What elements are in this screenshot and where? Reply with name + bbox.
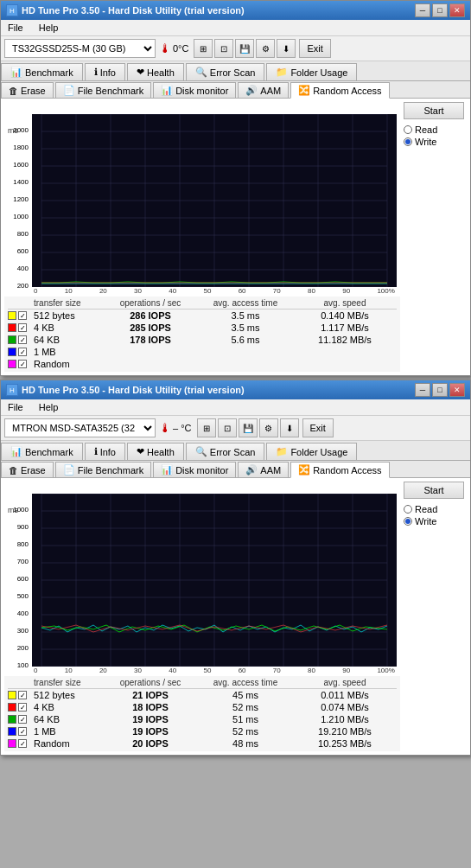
app-icon-1: H — [6, 4, 18, 16]
label-r1-1: 512 bytes — [34, 310, 103, 321]
benchmark-label-1: Benchmark — [25, 67, 73, 78]
x-axis-1: 0 10 20 30 40 50 60 70 80 90 100% — [32, 287, 397, 295]
content-area-1: ms 2000 1800 1600 1400 1200 1000 800 600… — [1, 99, 470, 375]
minimize-btn-1[interactable]: ─ — [415, 3, 430, 17]
disk-select-2[interactable]: MTRON MSD-SATA3525 (32 GB) — [4, 418, 156, 437]
checkbox-r1-2[interactable]: ✓ — [18, 691, 27, 699]
toolbar-btn-e1[interactable]: ⬇ — [277, 39, 296, 58]
y-400-1: 400 — [17, 265, 29, 272]
th-empty-2 — [8, 678, 34, 687]
tab-randomaccess-2[interactable]: 🔀 Random Access — [290, 462, 389, 478]
checkbox-r5-2[interactable]: ✓ — [18, 739, 27, 748]
randomaccess-label-2: Random Access — [313, 465, 381, 475]
tab-benchmark-2[interactable]: 📊 Benchmark — [1, 443, 83, 460]
tab-diskmonitor-2[interactable]: 📊 Disk monitor — [153, 462, 236, 477]
exit-btn-2[interactable]: Exit — [302, 418, 334, 437]
tab-health-1[interactable]: ❤ Health — [127, 63, 184, 80]
tab-health-2[interactable]: ❤ Health — [127, 443, 184, 460]
y-800-1: 800 — [17, 230, 29, 238]
maximize-btn-2[interactable]: □ — [432, 383, 448, 397]
exit-btn-1[interactable]: Exit — [299, 39, 330, 58]
menu-help-2[interactable]: Help — [35, 401, 62, 413]
toolbar-btn-a1[interactable]: ⊞ — [194, 39, 213, 58]
close-btn-1[interactable]: ✕ — [449, 3, 465, 17]
table-header-row-1: transfer size operations / sec avg. acce… — [8, 298, 397, 310]
table-row-4-1: ✓ 1 MB — [8, 346, 397, 358]
checkbox-r1-1[interactable]: ✓ — [18, 311, 27, 320]
disk-select-1[interactable]: TS32GSSD25S-M (30 GB) — [4, 39, 156, 58]
tab-filebench-1[interactable]: 📄 File Benchmark — [55, 82, 151, 98]
folderusage-icon-2: 📁 — [276, 446, 288, 457]
checkbox-r3-2[interactable]: ✓ — [18, 715, 27, 724]
y-1200-1: 1200 — [13, 195, 29, 203]
title-bar-2: H HD Tune Pro 3.50 - Hard Disk Utility (… — [1, 380, 470, 399]
radio-group-1: Read Write — [404, 124, 467, 147]
th-transfer-1: transfer size — [34, 298, 103, 308]
aam-icon-2: 🔊 — [245, 464, 258, 475]
menu-file-2[interactable]: File — [4, 401, 27, 413]
tab-aam-2[interactable]: 🔊 AAM — [238, 462, 289, 477]
checkbox-r4-1[interactable]: ✓ — [18, 348, 27, 356]
x-60-2: 60 — [239, 667, 246, 674]
tab-filebench-2[interactable]: 📄 File Benchmark — [55, 462, 151, 477]
window-2: H HD Tune Pro 3.50 - Hard Disk Utility (… — [0, 380, 471, 756]
tab-aam-1[interactable]: 🔊 AAM — [238, 82, 289, 98]
toolbar-btn-b1[interactable]: ⊡ — [214, 39, 233, 58]
toolbar-btn-d1[interactable]: ⚙ — [256, 39, 275, 58]
tab-erase-1[interactable]: 🗑 Erase — [1, 82, 54, 98]
checkbox-r3-1[interactable]: ✓ — [18, 335, 27, 344]
access-r3-1: 5.6 ms — [198, 335, 293, 345]
radio-write-item-1[interactable]: Write — [404, 137, 467, 147]
toolbar-btn-e2[interactable]: ⬇ — [280, 418, 299, 437]
start-btn-1[interactable]: Start — [404, 102, 464, 119]
toolbar-btn-a2[interactable]: ⊞ — [197, 418, 216, 437]
checkbox-r4-2[interactable]: ✓ — [18, 727, 27, 736]
radio-read-item-1[interactable]: Read — [404, 124, 467, 135]
checkbox-r2-2[interactable]: ✓ — [18, 703, 27, 712]
label-r4-1: 1 MB — [34, 347, 103, 357]
tab-erase-2[interactable]: 🗑 Erase — [1, 462, 54, 477]
erase-icon-2: 🗑 — [9, 465, 18, 475]
start-btn-2[interactable]: Start — [404, 482, 464, 499]
checkbox-r2-1[interactable]: ✓ — [18, 323, 27, 332]
tab-errorscan-2[interactable]: 🔍 Error Scan — [186, 443, 265, 460]
x-axis-2: 0 10 20 30 40 50 60 70 80 90 100% — [32, 667, 397, 674]
content-area-2: ms 1000 900 800 700 600 500 400 300 200 … — [1, 478, 470, 755]
toolbar-btn-c2[interactable]: 💾 — [239, 418, 258, 437]
th-ops-2: operations / sec — [103, 678, 198, 687]
toolbar-btn-d2[interactable]: ⚙ — [259, 418, 278, 437]
y-600-1: 600 — [17, 247, 29, 255]
radio-read-item-2[interactable]: Read — [404, 504, 467, 514]
tab-benchmark-1[interactable]: 📊 Benchmark — [1, 63, 83, 80]
close-btn-2[interactable]: ✕ — [449, 383, 465, 397]
erase-label-2: Erase — [21, 465, 46, 475]
checkbox-r5-1[interactable]: ✓ — [18, 360, 27, 368]
maximize-btn-1[interactable]: □ — [432, 3, 448, 17]
speed-r4-2: 19.210 MB/s — [293, 726, 397, 737]
menu-help-1[interactable]: Help — [35, 22, 62, 34]
aam-icon-1: 🔊 — [245, 85, 258, 96]
radio-write-item-2[interactable]: Write — [404, 516, 467, 527]
toolbar-btn-c1[interactable]: 💾 — [235, 39, 254, 58]
diskmonitor-icon-2: 📊 — [161, 464, 173, 475]
toolbar-icons-2: ⊞ ⊡ 💾 ⚙ ⬇ — [197, 418, 299, 437]
tabs-row1-1: 📊 Benchmark ℹ Info ❤ Health 🔍 Error Scan… — [1, 61, 470, 81]
tab-info-1[interactable]: ℹ Info — [85, 63, 125, 80]
minimize-btn-2[interactable]: ─ — [415, 383, 430, 397]
tab-folderusage-2[interactable]: 📁 Folder Usage — [266, 443, 357, 460]
menu-file-1[interactable]: File — [4, 22, 27, 34]
temp-display-2: 🌡 – °C — [159, 421, 192, 435]
tab-info-2[interactable]: ℹ Info — [85, 443, 125, 460]
tab-diskmonitor-1[interactable]: 📊 Disk monitor — [153, 82, 236, 98]
radio-write-circle-2 — [404, 517, 412, 526]
x-80-1: 80 — [308, 287, 315, 295]
toolbar-btn-b2[interactable]: ⊡ — [218, 418, 237, 437]
x-100-2: 100% — [377, 667, 394, 674]
tab-errorscan-1[interactable]: 🔍 Error Scan — [186, 63, 265, 80]
tab-randomaccess-1[interactable]: 🔀 Random Access — [290, 82, 389, 99]
radio-read-circle-1 — [404, 125, 412, 134]
y-axis-2: 1000 900 800 700 600 500 400 300 200 100 — [4, 506, 30, 679]
toolbar-2: MTRON MSD-SATA3525 (32 GB) 🌡 – °C ⊞ ⊡ 💾 … — [1, 416, 470, 441]
tab-folderusage-1[interactable]: 📁 Folder Usage — [266, 63, 357, 80]
benchmark-icon-1: 📊 — [10, 67, 22, 78]
